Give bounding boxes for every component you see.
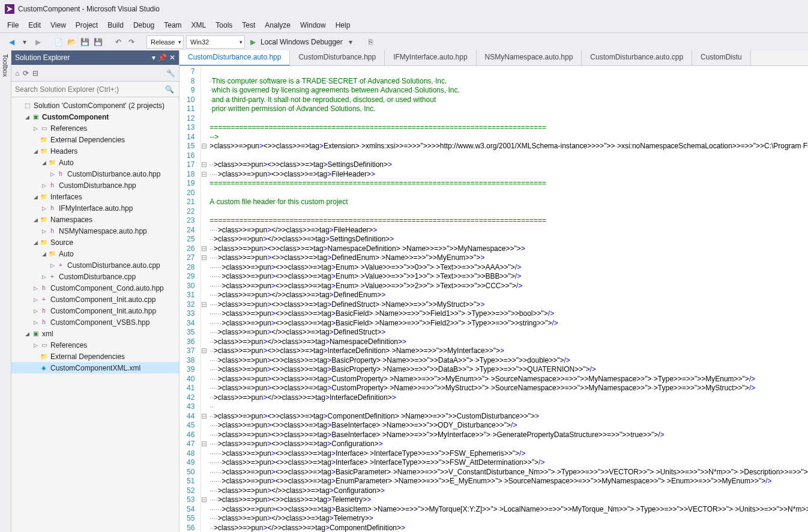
undo-icon[interactable]: ↶ <box>113 37 124 47</box>
menu-window[interactable]: Window <box>295 19 331 31</box>
solution-title: Solution Explorer <box>15 53 70 62</box>
menu-xml[interactable]: XML <box>187 19 211 31</box>
tree-row[interactable]: ◢▣CustomComponent <box>11 111 179 122</box>
menu-bar: FileEditViewProjectBuildDebugTeamXMLTool… <box>0 18 808 32</box>
menu-file[interactable]: File <box>2 19 23 31</box>
solution-explorer-header: Solution Explorer ▾ 📌 ✕ <box>11 50 179 65</box>
tree-row[interactable]: ◢📁Auto <box>11 248 179 259</box>
menu-tools[interactable]: Tools <box>211 19 237 31</box>
search-input[interactable] <box>15 85 175 94</box>
menu-edit[interactable]: Edit <box>23 19 46 31</box>
editor-tabs: CustomDisturbance.auto.hppCustomDisturba… <box>179 50 808 66</box>
tree-row[interactable]: ◈CustomComponentXML.xml <box>11 362 179 373</box>
play-icon[interactable]: ▶ <box>247 37 258 47</box>
menu-debug[interactable]: Debug <box>128 19 159 31</box>
platform-dropdown[interactable]: Win32 <box>186 35 245 49</box>
open-icon[interactable]: 📂 <box>66 37 77 47</box>
tree-row[interactable]: ▷+CustomComponent_Init.auto.cpp <box>11 294 179 305</box>
editor-tab[interactable]: CustomDistu <box>692 50 751 65</box>
main-toolbar: ◀ ▾ ▶ 📄 📂 💾 💾 ↶ ↷ Release Win32 ▶ Local … <box>0 32 808 50</box>
editor-tab[interactable]: CustomDisturbance.hpp <box>290 50 385 65</box>
refresh-icon[interactable]: ⟳ <box>23 69 29 77</box>
tree-row[interactable]: ◢📁Namespaces <box>11 214 179 225</box>
fold-column[interactable]: ⊟⊟⊟⊟⊟⊟⊟⊟⊟⊟ <box>201 66 207 532</box>
menu-team[interactable]: Team <box>159 19 186 31</box>
menu-help[interactable]: Help <box>331 19 355 31</box>
solution-explorer: Solution Explorer ▾ 📌 ✕ ⌂ ⟳ ⊟ 🔧 🔍 ⬚Solut… <box>11 50 179 532</box>
pin-icon[interactable]: 📌 <box>158 53 167 62</box>
toolbar-icon[interactable]: ⎘ <box>366 37 376 47</box>
save-icon[interactable]: 💾 <box>79 37 90 47</box>
tree-row[interactable]: ▷hIFMyInterface.auto.hpp <box>11 202 179 214</box>
editor-tab[interactable]: CustomDisturbance.auto.hpp <box>179 50 290 66</box>
menu-test[interactable]: Test <box>237 19 260 31</box>
editor-tab[interactable]: IFMyInterface.auto.hpp <box>385 50 476 65</box>
editor-tab[interactable]: NSMyNamespace.auto.hpp <box>477 50 582 65</box>
editor-tab[interactable]: CustomDisturbance.auto.cpp <box>582 50 692 65</box>
nav-dropdown-icon[interactable]: ▾ <box>19 37 30 47</box>
solution-search[interactable]: 🔍 <box>11 82 179 97</box>
tree-row[interactable]: ▷hCustomComponent_VSBS.hpp <box>11 316 179 328</box>
nav-forward-icon: ▶ <box>32 37 43 47</box>
tree-row[interactable]: ◢▣xml <box>11 328 179 339</box>
debugger-dropdown-icon[interactable]: ▾ <box>345 37 356 47</box>
debugger-label[interactable]: Local Windows Debugger <box>261 38 343 46</box>
tree-row[interactable]: ▷hNSMyNamespace.auto.hpp <box>11 225 179 237</box>
tree-row[interactable]: ▷hCustomComponent_Cond.auto.hpp <box>11 282 179 294</box>
tree-row[interactable]: ▷hCustomComponent_Init.auto.hpp <box>11 305 179 316</box>
nav-back-icon[interactable]: ◀ <box>6 37 17 47</box>
config-dropdown[interactable]: Release <box>146 35 184 49</box>
collapse-icon[interactable]: ⊟ <box>32 69 38 77</box>
tree-row[interactable]: 📁External Dependencies <box>11 351 179 362</box>
title-bar: CustomComponent - Microsoft Visual Studi… <box>0 0 808 18</box>
close-icon[interactable]: ✕ <box>169 53 175 62</box>
properties-icon[interactable]: 🔧 <box>166 69 175 77</box>
menu-analyze[interactable]: Analyze <box>260 19 295 31</box>
toolbox-tab[interactable]: Toolbox <box>0 50 11 532</box>
tree-row[interactable]: ▷hCustomDisturbance.hpp <box>11 180 179 191</box>
window-title: CustomComponent - Microsoft Visual Studi… <box>18 5 160 13</box>
source-text[interactable]: ·This·computer·software·is·a·TRADE·SECRE… <box>207 66 808 532</box>
tree-row[interactable]: ▷▭References <box>11 339 179 351</box>
solution-tree: ⬚Solution 'CustomComponent' (2 projects)… <box>11 97 179 532</box>
tree-row[interactable]: ◢📁Headers <box>11 145 179 157</box>
tree-row[interactable]: ▷+CustomDisturbance.auto.cpp <box>11 259 179 271</box>
solution-toolbar: ⌂ ⟳ ⊟ 🔧 <box>11 65 179 82</box>
tree-row[interactable]: ◢📁Auto <box>11 157 179 168</box>
redo-icon[interactable]: ↷ <box>126 37 137 47</box>
home-icon[interactable]: ⌂ <box>15 69 19 77</box>
panel-menu-icon[interactable]: ▾ <box>152 53 155 62</box>
new-item-icon[interactable]: 📄 <box>53 37 64 47</box>
search-icon[interactable]: 🔍 <box>165 85 174 94</box>
menu-project[interactable]: Project <box>71 19 103 31</box>
tree-row[interactable]: ◢📁Source <box>11 237 179 248</box>
tree-row[interactable]: ▷▭References <box>11 122 179 134</box>
tree-row[interactable]: ▷hCustomDisturbance.auto.hpp <box>11 168 179 180</box>
tree-row[interactable]: ▷+CustomDisturbance.cpp <box>11 271 179 282</box>
tree-row[interactable]: 📁External Dependencies <box>11 134 179 145</box>
tree-row[interactable]: ⬚Solution 'CustomComponent' (2 projects) <box>11 100 179 111</box>
vs-logo-icon <box>5 4 14 14</box>
code-editor: CustomDisturbance.auto.hppCustomDisturba… <box>179 50 808 532</box>
save-all-icon[interactable]: 💾 <box>92 37 103 47</box>
menu-view[interactable]: View <box>46 19 71 31</box>
tree-row[interactable]: ◢📁Interfaces <box>11 191 179 202</box>
line-gutter: 7891011121314151617181920212223242526272… <box>179 66 201 532</box>
menu-build[interactable]: Build <box>103 19 128 31</box>
